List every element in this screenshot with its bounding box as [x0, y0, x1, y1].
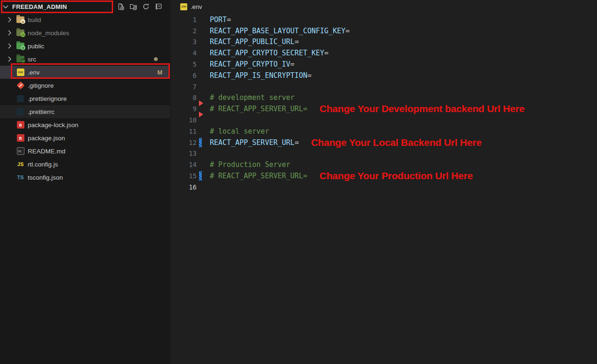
code-editor[interactable]: 1PORT=2REACT_APP_BASE_LAYOUT_CONFIG_KEY=… [171, 13, 597, 193]
code-token-op: = [324, 49, 329, 57]
item-label: node_modules [28, 30, 69, 37]
line-number: 7 [171, 83, 197, 91]
chevron-right-icon [6, 42, 13, 50]
folder-item-public[interactable]: ☶public [0, 39, 170, 53]
javascript-icon: JS [16, 160, 24, 168]
line-number: 11 [171, 128, 197, 135]
line-number: 3 [171, 38, 197, 46]
chevron-right-icon [6, 16, 13, 23]
code-line-content: # development server [210, 93, 295, 102]
git-modified-gutter-bar[interactable] [199, 171, 202, 181]
code-token-key: REACT_APP_CRYPTO_SECRET_KEY [210, 49, 324, 57]
markdown-icon: M↓ [16, 147, 24, 155]
collapse-folders-icon[interactable] [154, 2, 163, 11]
code-line-content: REACT_APP_CRYPTO_SECRET_KEY= [210, 49, 329, 57]
code-token-key: REACT_APP_PUBLIC_URL [210, 38, 295, 46]
file-item-readme-md[interactable]: M↓README.md [0, 144, 170, 158]
code-line-13: 13 [171, 148, 597, 159]
code-line-12: 12REACT_APP_SERVER_URL=Change Your Local… [171, 137, 597, 148]
code-line-content: PORT= [210, 15, 231, 24]
line-number: 4 [171, 49, 197, 57]
line-number: 16 [171, 183, 197, 191]
item-label: .prettierrc [28, 108, 54, 115]
file-item-prettierignore[interactable]: .prettierignore [0, 92, 170, 105]
new-file-icon[interactable] [116, 2, 125, 11]
folder-item-build[interactable]: ⚙build [0, 13, 170, 26]
file-item-env[interactable]: .ENV.envM [0, 66, 170, 79]
code-token-key: REACT_APP_IS_ENCRYPTION [210, 71, 307, 80]
code-token-key: REACT_APP_CRYPTO_IV [210, 60, 291, 68]
tab-label: .env [191, 3, 202, 10]
code-token-comment: # development server [210, 93, 295, 102]
code-line-16: 16 [171, 182, 597, 193]
code-line-content: # REACT_APP_SERVER_URL=Change Your Devel… [210, 103, 525, 114]
folder-node-icon: JS [16, 29, 24, 37]
code-line-2: 2REACT_APP_BASE_LAYOUT_CONFIG_KEY= [171, 25, 597, 37]
chevron-down-icon [2, 3, 9, 10]
code-line-5: 5REACT_APP_CRYPTO_IV= [171, 59, 597, 70]
code-line-4: 4REACT_APP_CRYPTO_SECRET_KEY= [171, 47, 597, 59]
item-label: .env [28, 69, 40, 76]
line-number: 15 [171, 172, 197, 180]
file-item-package-json[interactable]: npackage.json [0, 131, 170, 144]
code-token-op: = [345, 27, 350, 35]
new-folder-icon[interactable] [129, 2, 138, 11]
npm-icon: n [16, 121, 24, 129]
code-line-content: REACT_APP_SERVER_URL=Change Your Local B… [210, 137, 482, 148]
code-token-comment: # REACT_APP_SERVER_URL= [210, 105, 307, 113]
file-item-rtl-config-js[interactable]: JSrtl.config.js [0, 158, 170, 171]
folder-item-node-modules[interactable]: JSnode_modules [0, 26, 170, 39]
git-deleted-marker-icon[interactable] [199, 112, 203, 117]
item-label: README.md [28, 148, 65, 155]
code-token-op: = [291, 60, 295, 68]
explorer-sidebar: FREEDAM_ADMIN [0, 0, 170, 364]
file-item-package-lock-json[interactable]: npackage-lock.json [0, 118, 170, 131]
git-deleted-marker-icon[interactable] [199, 100, 203, 106]
red-annotation-text: Change Your Development backend Url Here [320, 103, 525, 114]
code-token-key: PORT [210, 15, 227, 24]
env-file-icon: .ENV [16, 68, 24, 76]
item-label: .gitignore [28, 82, 54, 89]
code-line-11: 11# local server [171, 126, 597, 137]
prettier-icon [16, 95, 24, 103]
git-modified-gutter-bar[interactable] [199, 138, 202, 147]
code-token-op: = [295, 138, 299, 147]
code-token-key: REACT_APP_BASE_LAYOUT_CONFIG_KEY [210, 27, 345, 35]
item-label: rtl.config.js [28, 161, 58, 168]
line-number: 9 [171, 105, 197, 113]
code-line-8: 8# development server [171, 92, 597, 104]
modified-dot-icon [154, 57, 158, 61]
file-item-prettierrc[interactable]: .prettierrc [0, 105, 170, 118]
tab-env-file[interactable]: .ENV .env [180, 0, 202, 13]
code-token-op: = [307, 71, 312, 80]
code-token-op: = [295, 38, 299, 46]
item-label: package.json [28, 135, 65, 142]
file-item-gitignore[interactable]: .gitignore [0, 79, 170, 92]
project-title: FREEDAM_ADMIN [9, 2, 70, 11]
line-number: 2 [171, 27, 197, 35]
typescript-icon: TS [16, 174, 24, 182]
git-icon [16, 82, 24, 90]
code-line-10: 10 [171, 114, 597, 126]
line-number: 5 [171, 61, 197, 68]
item-label: src [28, 56, 36, 63]
explorer-toolbar [116, 2, 170, 11]
folder-src-icon: <> [16, 55, 24, 63]
folder-item-src[interactable]: <>src [0, 53, 170, 66]
item-label: package-lock.json [28, 121, 78, 129]
code-line-content: # local server [210, 127, 269, 136]
editor-tab-bar: .ENV .env [171, 0, 597, 13]
code-line-content: # REACT_APP_SERVER_URL=Change Your Produ… [210, 170, 473, 182]
refresh-explorer-icon[interactable] [141, 2, 151, 11]
code-line-3: 3REACT_APP_PUBLIC_URL= [171, 37, 597, 48]
prettier-icon [16, 108, 24, 116]
code-line-content: # Production Server [210, 160, 291, 169]
line-number: 13 [171, 150, 197, 157]
file-item-tsconfig-json[interactable]: TStsconfig.json [0, 171, 170, 184]
editor-area[interactable]: .ENV .env 1PORT=2REACT_APP_BASE_LAYOUT_C… [171, 0, 597, 364]
code-line-content: REACT_APP_BASE_LAYOUT_CONFIG_KEY= [210, 27, 350, 35]
npm-icon: n [16, 134, 24, 142]
file-tree: ⚙buildJSnode_modules☶public<>src.ENV.env… [0, 13, 170, 184]
explorer-section-header[interactable]: FREEDAM_ADMIN [0, 0, 170, 13]
item-label: public [28, 43, 44, 50]
